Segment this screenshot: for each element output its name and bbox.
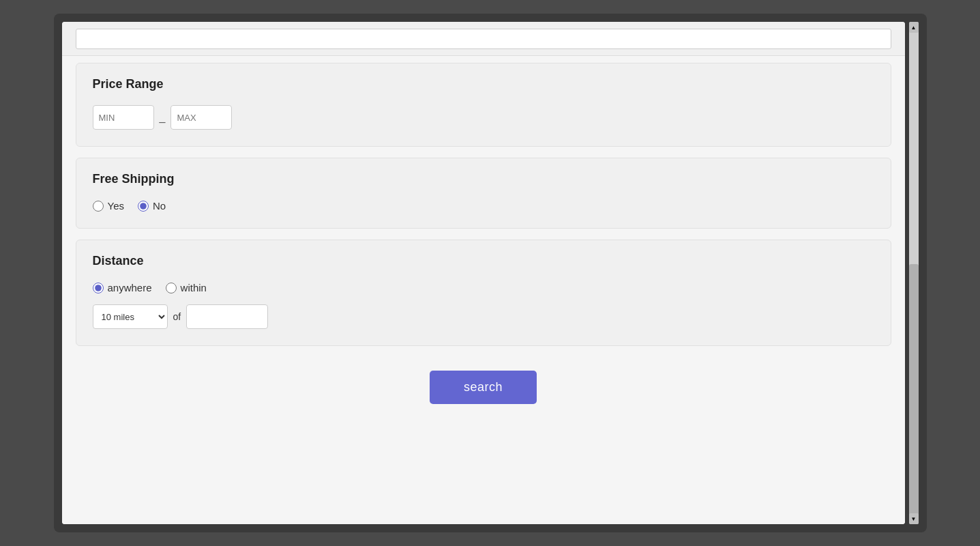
- free-shipping-radio-group: Yes No: [93, 200, 874, 212]
- browser-frame: Price Range _ Free Shipping Yes: [54, 14, 927, 532]
- page-content: Price Range _ Free Shipping Yes: [62, 22, 905, 524]
- search-button-row: search: [76, 357, 891, 411]
- price-range-title: Price Range: [93, 77, 874, 91]
- price-range-section: Price Range _: [76, 63, 891, 147]
- scrollbar-arrow-down[interactable]: ▼: [909, 513, 919, 524]
- price-separator: _: [160, 111, 166, 124]
- distance-row: 5 miles 10 miles 25 miles 50 miles 100 m…: [93, 304, 874, 329]
- search-button[interactable]: search: [430, 371, 537, 404]
- distance-miles-select[interactable]: 5 miles 10 miles 25 miles 50 miles 100 m…: [93, 304, 168, 329]
- free-shipping-yes-label[interactable]: Yes: [93, 200, 124, 212]
- free-shipping-section: Free Shipping Yes No: [76, 158, 891, 229]
- free-shipping-no-text: No: [153, 200, 166, 212]
- distance-radio-group: anywhere within: [93, 282, 874, 293]
- top-bar: [62, 22, 905, 56]
- distance-section: Distance anywhere within 5 mil: [76, 240, 891, 346]
- free-shipping-yes-radio[interactable]: [93, 201, 104, 212]
- distance-anywhere-label[interactable]: anywhere: [93, 282, 152, 293]
- distance-of-label: of: [173, 311, 181, 322]
- free-shipping-no-label[interactable]: No: [138, 200, 166, 212]
- scrollbar-arrow-up[interactable]: ▲: [909, 22, 919, 33]
- free-shipping-yes-text: Yes: [108, 200, 124, 212]
- scrollbar-track[interactable]: ▲ ▼: [909, 22, 919, 524]
- distance-anywhere-text: anywhere: [108, 282, 152, 293]
- price-range-row: _: [93, 105, 874, 130]
- form-sections: Price Range _ Free Shipping Yes: [62, 56, 905, 524]
- free-shipping-no-radio[interactable]: [138, 201, 149, 212]
- price-max-input[interactable]: [170, 105, 232, 130]
- price-min-input[interactable]: [93, 105, 154, 130]
- distance-location-input[interactable]: [186, 304, 268, 329]
- scrollbar-thumb[interactable]: [909, 264, 919, 523]
- distance-within-text: within: [181, 282, 207, 293]
- distance-within-radio[interactable]: [166, 283, 177, 293]
- distance-anywhere-radio[interactable]: [93, 283, 104, 293]
- distance-title: Distance: [93, 254, 874, 268]
- top-bar-input[interactable]: [76, 29, 891, 49]
- distance-within-label[interactable]: within: [166, 282, 207, 293]
- free-shipping-title: Free Shipping: [93, 172, 874, 186]
